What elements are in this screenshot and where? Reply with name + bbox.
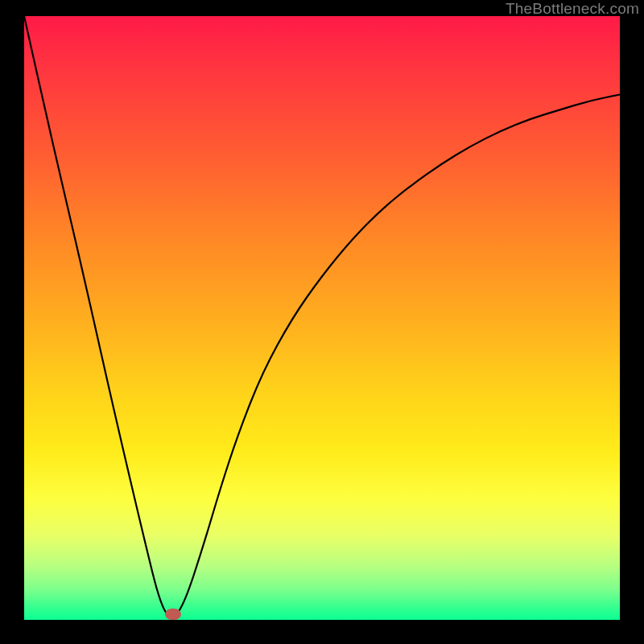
watermark-text: TheBottleneck.com: [506, 0, 639, 18]
chart-frame: TheBottleneck.com: [0, 0, 644, 644]
bottleneck-curve: [24, 16, 620, 620]
plot-area: [24, 16, 620, 620]
optimum-marker: [165, 609, 181, 620]
